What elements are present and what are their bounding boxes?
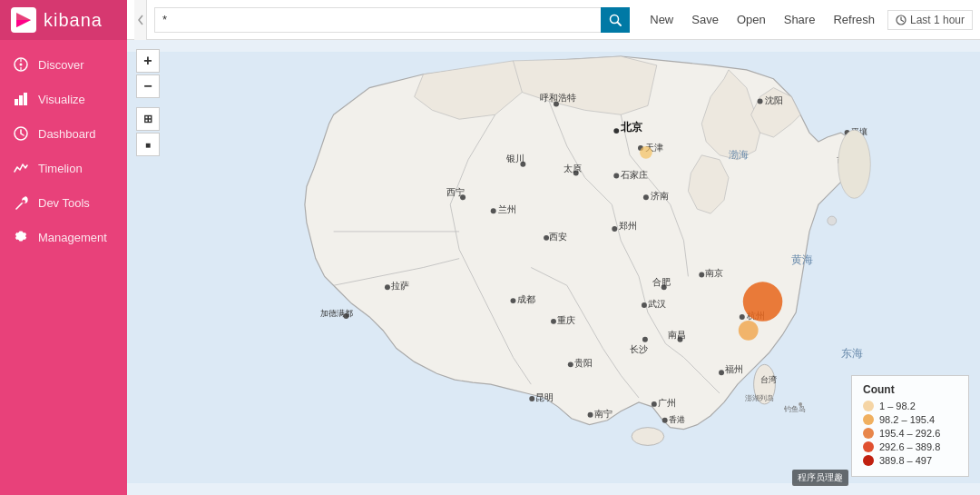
- compass-icon: [13, 56, 29, 73]
- svg-text:南宁: 南宁: [594, 409, 612, 419]
- svg-point-74: [642, 302, 647, 308]
- sidebar-item-dashboard[interactable]: Dashboard: [0, 116, 127, 151]
- svg-point-115: [799, 402, 802, 406]
- dashboard-icon: [13, 125, 29, 142]
- sidebar-item-timelion-label: Timelion: [38, 162, 83, 175]
- search-button[interactable]: [601, 7, 630, 33]
- sidebar-item-visualize[interactable]: Visualize: [0, 82, 127, 116]
- map-controls: + − ⊞ ■: [136, 49, 160, 156]
- svg-point-86: [568, 361, 573, 367]
- svg-text:贵阳: 贵阳: [574, 358, 593, 368]
- svg-point-90: [588, 412, 593, 418]
- svg-text:成都: 成都: [517, 294, 535, 304]
- open-button[interactable]: Open: [728, 9, 775, 30]
- legend-item-5: 389.8 – 497: [863, 455, 957, 466]
- gear-icon: [13, 229, 29, 245]
- svg-point-56: [613, 173, 619, 179]
- collapse-sidebar-button[interactable]: [134, 0, 147, 40]
- svg-text:南昌: 南昌: [668, 330, 686, 340]
- time-filter-label: Last 1 hour: [910, 14, 965, 26]
- refresh-button[interactable]: Refresh: [824, 9, 884, 30]
- svg-point-112: [632, 428, 664, 446]
- legend-range-1: 1 – 98.2: [879, 401, 916, 411]
- svg-point-72: [699, 272, 704, 277]
- sidebar-item-dashboard-label: Dashboard: [38, 127, 96, 141]
- svg-line-9: [618, 22, 622, 25]
- sidebar-item-discover[interactable]: Discover: [0, 47, 127, 82]
- svg-point-1: [20, 64, 23, 66]
- bar-chart-icon: [13, 91, 29, 107]
- sidebar-item-discover-label: Discover: [38, 58, 84, 72]
- sidebar-item-visualize-label: Visualize: [38, 93, 85, 106]
- svg-text:香港: 香港: [669, 415, 685, 424]
- legend-color-5: [863, 455, 874, 466]
- svg-rect-5: [19, 95, 23, 105]
- svg-text:济南: 济南: [651, 191, 669, 201]
- svg-point-46: [613, 128, 619, 134]
- svg-text:沈阳: 沈阳: [765, 95, 783, 105]
- svg-text:钓鱼岛: 钓鱼岛: [783, 405, 806, 413]
- search-input[interactable]: [154, 7, 602, 33]
- legend-range-2: 98.2 – 195.4: [879, 414, 935, 425]
- svg-point-113: [828, 216, 837, 225]
- svg-point-104: [662, 418, 668, 423]
- svg-point-62: [491, 208, 496, 213]
- map-legend: Count 1 – 98.2 98.2 – 195.4 195.4 – 292.…: [851, 375, 969, 477]
- svg-text:黄海: 黄海: [791, 253, 813, 266]
- legend-item-3: 195.4 – 292.6: [863, 428, 957, 439]
- share-button[interactable]: Share: [775, 9, 825, 30]
- main-content: New Save Open Share Refresh Last 1 hour: [127, 0, 980, 495]
- svg-point-106: [743, 282, 783, 322]
- svg-text:澎湖列岛: 澎湖列岛: [745, 394, 774, 402]
- svg-point-107: [739, 321, 759, 341]
- map-container[interactable]: 渤海 黄海 东海 北京 天津 沈阳 呼和浩特 太原 石家庄 银川: [127, 40, 980, 495]
- save-button[interactable]: Save: [682, 9, 728, 30]
- svg-point-80: [642, 337, 648, 342]
- svg-text:台湾: 台湾: [760, 375, 777, 384]
- svg-text:西安: 西安: [549, 232, 567, 242]
- svg-text:北京: 北京: [620, 121, 643, 134]
- zoom-in-button[interactable]: +: [136, 49, 160, 73]
- svg-text:重庆: 重庆: [557, 315, 575, 325]
- sidebar-item-management[interactable]: Management: [0, 220, 127, 254]
- sidebar-logo: kibana: [0, 0, 127, 40]
- svg-text:武汉: 武汉: [648, 299, 666, 309]
- svg-text:银川: 银川: [505, 153, 524, 163]
- svg-text:合肥: 合肥: [652, 277, 671, 287]
- svg-point-96: [385, 284, 390, 290]
- watermark: 程序员理趣: [792, 470, 848, 486]
- toolbar: New Save Open Share Refresh Last 1 hour: [127, 0, 980, 40]
- legend-item-4: 292.6 – 389.8: [863, 441, 957, 452]
- kibana-logo-icon: [11, 7, 36, 33]
- svg-text:渤海: 渤海: [729, 149, 749, 160]
- legend-item-2: 98.2 – 195.4: [863, 414, 957, 425]
- time-filter[interactable]: Last 1 hour: [887, 10, 973, 30]
- svg-text:兰州: 兰州: [498, 204, 516, 214]
- sidebar-item-devtools-label: Dev Tools: [38, 196, 90, 210]
- svg-text:东海: 东海: [841, 347, 863, 360]
- legend-range-5: 389.8 – 497: [879, 455, 932, 466]
- svg-text:郑州: 郑州: [619, 221, 637, 231]
- wrench-icon: [13, 194, 29, 211]
- legend-item-1: 1 – 98.2: [863, 401, 957, 411]
- svg-point-108: [640, 146, 652, 159]
- svg-text:广州: 广州: [658, 398, 676, 408]
- sidebar: kibana Discover Visualize: [0, 0, 127, 495]
- svg-point-66: [612, 226, 617, 232]
- svg-rect-4: [15, 99, 18, 105]
- svg-text:加德满都: 加德满都: [320, 309, 353, 318]
- fullscreen-button[interactable]: ■: [136, 133, 160, 156]
- zoom-out-button[interactable]: −: [136, 74, 160, 98]
- zoom-fit-button[interactable]: ⊞: [136, 107, 160, 131]
- legend-color-3: [863, 428, 874, 439]
- sidebar-item-devtools[interactable]: Dev Tools: [0, 185, 127, 220]
- legend-range-3: 195.4 – 292.6: [879, 428, 940, 439]
- new-button[interactable]: New: [641, 9, 682, 30]
- sidebar-item-timelion[interactable]: Timelion: [0, 151, 127, 185]
- svg-text:拉萨: 拉萨: [391, 281, 409, 291]
- svg-text:呼和浩特: 呼和浩特: [540, 93, 576, 103]
- svg-point-78: [740, 314, 745, 320]
- clock-icon: [896, 15, 906, 25]
- legend-color-1: [863, 401, 874, 411]
- svg-text:福州: 福州: [725, 364, 743, 374]
